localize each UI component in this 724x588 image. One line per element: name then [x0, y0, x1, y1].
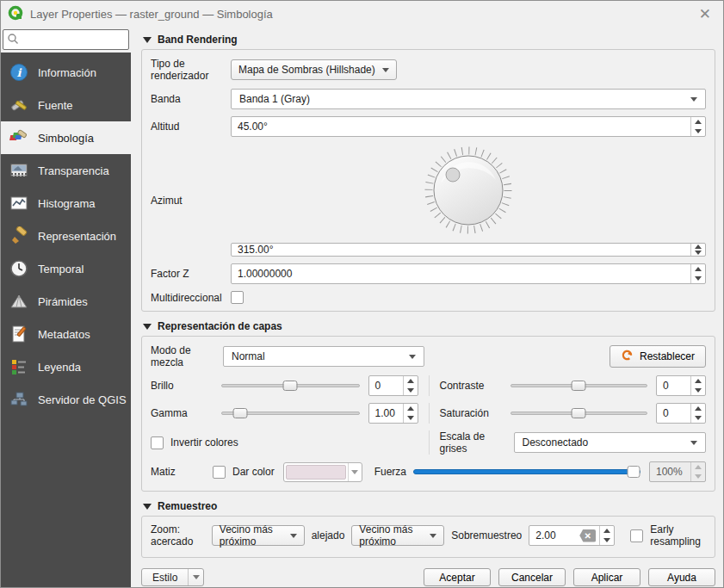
sidebar-item-informacion[interactable]: i Información: [1, 56, 131, 89]
sidebar-item-fuente[interactable]: Fuente: [1, 89, 131, 121]
sidebar-search-input[interactable]: [22, 34, 125, 46]
early-resampling-checkbox[interactable]: [630, 529, 643, 542]
style-button[interactable]: Estilo: [141, 568, 204, 586]
spin-buttons[interactable]: [690, 117, 705, 136]
grayscale-combo[interactable]: Desconectado: [514, 432, 707, 453]
sidebar-item-label: Servidor de QGIS: [38, 393, 127, 406]
zfactor-spinbox[interactable]: 1.00000000: [231, 263, 706, 284]
pyramids-icon: [9, 291, 29, 312]
sidebar-item-leyenda[interactable]: Leyenda: [1, 350, 131, 383]
legend-icon: [9, 356, 29, 377]
layer-properties-dialog: Layer Properties — raster_ground — Simbo…: [0, 0, 724, 588]
colorize-checkbox[interactable]: [213, 466, 226, 479]
cancel-button[interactable]: Cancelar: [498, 568, 566, 586]
spin-buttons[interactable]: [403, 404, 418, 423]
slider-track[interactable]: [413, 469, 640, 474]
contrast-slider[interactable]: [511, 377, 648, 394]
azimuth-dial[interactable]: [424, 145, 513, 238]
multidirectional-checkbox[interactable]: [231, 291, 244, 304]
spin-buttons: [690, 462, 705, 481]
zoom-in-combo[interactable]: Vecino más próximo: [212, 525, 305, 546]
band-rendering-header[interactable]: Band Rendering: [143, 34, 715, 46]
sidebar-nav: i Información Fuente Simbología: [1, 53, 131, 587]
spin-buttons[interactable]: [599, 526, 614, 545]
saturation-spinbox[interactable]: 0: [656, 403, 706, 424]
altitude-spinbox[interactable]: 45.00°: [231, 116, 706, 137]
spin-buttons[interactable]: [690, 244, 705, 256]
azimuth-spinbox[interactable]: 315.00°: [231, 243, 706, 257]
chevron-down-icon: [690, 97, 697, 102]
sidebar-item-label: Información: [38, 66, 96, 79]
chevron-down-icon: [430, 534, 436, 538]
sidebar-item-metadatos[interactable]: Metadatos: [1, 318, 131, 350]
close-icon[interactable]: ✕: [696, 7, 715, 22]
slider-handle[interactable]: [628, 466, 640, 478]
reset-button[interactable]: Restablecer: [610, 345, 706, 368]
chevron-down-icon: [290, 534, 297, 538]
brightness-slider[interactable]: [221, 377, 360, 394]
gamma-spinbox[interactable]: 1.00: [368, 403, 418, 424]
search-icon: [7, 33, 19, 47]
help-button[interactable]: Ayuda: [648, 568, 715, 586]
strength-label: Fuerza: [374, 466, 406, 478]
strength-slider[interactable]: [413, 463, 640, 480]
saturation-value: 0: [657, 404, 690, 423]
oversampling-spinbox[interactable]: 2.00 ✕: [529, 525, 615, 546]
dialog-footer: Estilo Aceptar Cancelar Aplicar Ayuda: [141, 564, 715, 588]
sidebar-item-representacion[interactable]: Representación: [1, 220, 131, 252]
qgis-logo-icon: [8, 5, 23, 23]
titlebar: Layer Properties — raster_ground — Simbo…: [1, 1, 723, 27]
brightness-spinbox[interactable]: 0: [368, 375, 418, 396]
metadata-icon: [9, 324, 29, 344]
clear-value-icon[interactable]: ✕: [579, 529, 596, 542]
brightness-label: Brillo: [151, 380, 213, 392]
saturation-slider[interactable]: [511, 405, 648, 422]
colorize-color-button[interactable]: [283, 462, 362, 482]
zoom-out-label: alejado: [312, 529, 345, 542]
slider-handle[interactable]: [233, 408, 248, 418]
apply-button[interactable]: Aplicar: [573, 568, 640, 586]
spin-buttons[interactable]: [690, 404, 705, 423]
color-swatch: [286, 465, 346, 480]
azimuth-value: 315.00°: [232, 244, 690, 256]
sidebar-item-simbologia[interactable]: Simbología: [1, 121, 131, 154]
renderer-type-label: Tipo de renderizador: [151, 58, 231, 82]
zfactor-value: 1.00000000: [232, 264, 690, 283]
sidebar-item-servidor-qgis[interactable]: Servidor de QGIS: [1, 383, 131, 416]
sidebar-item-transparencia[interactable]: Transparencia: [1, 154, 131, 187]
sidebar-item-temporal[interactable]: Temporal: [1, 252, 131, 285]
spin-buttons[interactable]: [690, 264, 705, 283]
gamma-slider[interactable]: [221, 405, 360, 422]
renderer-type-value: Mapa de Sombras (Hillshade): [238, 64, 375, 76]
paintbrush-icon: [9, 226, 29, 246]
blend-mode-combo[interactable]: Normal: [223, 346, 424, 367]
altitude-label: Altitud: [151, 121, 231, 133]
style-button-label: Estilo: [142, 572, 188, 584]
server-network-icon: [9, 389, 29, 410]
contrast-spinbox[interactable]: 0: [656, 375, 706, 396]
invert-colors-checkbox[interactable]: [151, 436, 164, 449]
sidebar-item-label: Simbología: [38, 132, 94, 145]
blend-mode-value: Normal: [232, 350, 265, 362]
sidebar-item-label: Transparencia: [38, 164, 109, 177]
histogram-icon: [9, 193, 29, 214]
oversampling-value: 2.00: [529, 526, 579, 545]
ok-button[interactable]: Aceptar: [424, 568, 491, 586]
spin-buttons[interactable]: [690, 376, 705, 395]
collapse-triangle-icon: [143, 504, 152, 510]
section-title: Remuestreo: [158, 500, 217, 512]
slider-handle[interactable]: [572, 381, 586, 391]
spin-buttons[interactable]: [403, 376, 418, 395]
chevron-down-icon[interactable]: [348, 463, 362, 481]
chevron-down-icon[interactable]: [188, 569, 203, 585]
layer-rendering-header[interactable]: Representación de capas: [143, 320, 715, 332]
band-combo[interactable]: Banda 1 (Gray): [231, 89, 706, 109]
sidebar-item-piramides[interactable]: Pirámides: [1, 285, 131, 318]
sidebar-item-histograma[interactable]: Histograma: [1, 187, 131, 220]
azimuth-label: Azimut: [151, 195, 183, 207]
slider-handle[interactable]: [283, 381, 298, 391]
renderer-type-combo[interactable]: Mapa de Sombras (Hillshade): [231, 59, 397, 80]
zoom-out-combo[interactable]: Vecino más próximo: [351, 525, 444, 546]
slider-handle[interactable]: [572, 408, 586, 418]
resampling-header[interactable]: Remuestreo: [143, 500, 715, 512]
